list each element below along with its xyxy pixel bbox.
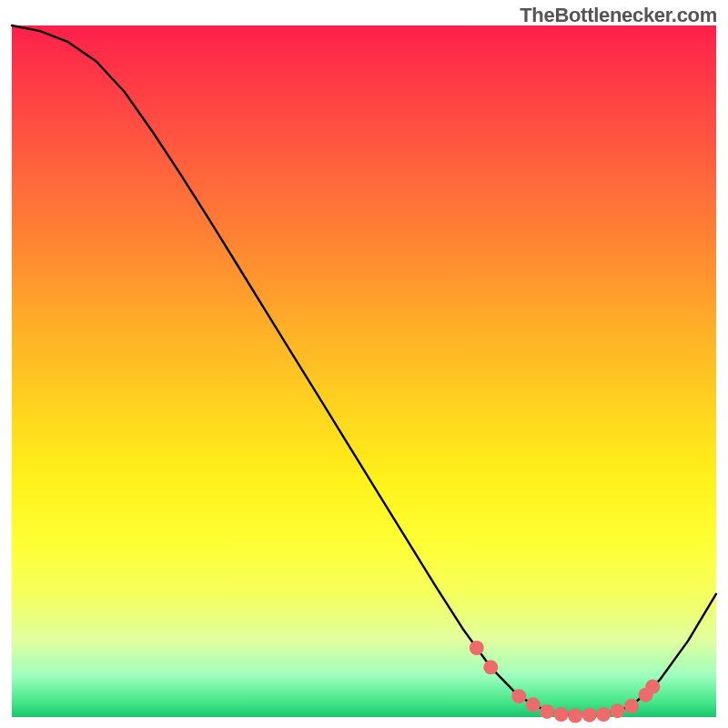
marker-dot	[554, 707, 569, 722]
marker-dot	[483, 660, 498, 674]
chart-container: TheBottlenecker.com	[0, 0, 728, 728]
marker-dot	[611, 703, 625, 718]
chart-svg	[12, 25, 716, 717]
marker-dot	[596, 707, 611, 722]
chart-plot-area	[12, 25, 716, 717]
marker-dots-group	[470, 641, 661, 723]
marker-dot	[526, 697, 541, 712]
marker-dot	[624, 699, 639, 713]
marker-dot	[540, 704, 554, 719]
marker-dot	[470, 641, 484, 655]
marker-dot	[645, 680, 660, 694]
marker-dot	[511, 689, 526, 703]
watermark-text: TheBottlenecker.com	[520, 4, 717, 27]
marker-dot	[582, 708, 597, 723]
bottleneck-curve	[12, 25, 716, 716]
marker-dot	[568, 709, 582, 723]
